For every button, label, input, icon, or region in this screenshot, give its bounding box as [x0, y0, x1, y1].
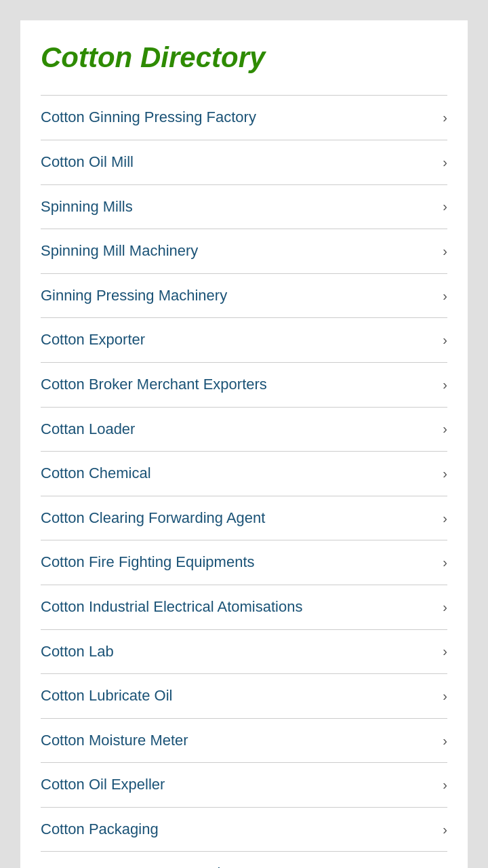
list-item[interactable]: Ginning Pressing Machinery› — [41, 274, 447, 319]
chevron-right-icon: › — [443, 288, 447, 304]
menu-item-label: Cotton Oil Expeller — [41, 775, 436, 795]
chevron-right-icon: › — [443, 599, 447, 615]
list-item[interactable]: Cotton Chemical› — [41, 452, 447, 496]
menu-item-label: Cotton Chemical — [41, 464, 436, 484]
list-item[interactable]: Cotton Packaging› — [41, 808, 447, 852]
menu-item-label: Cotton Fire Fighting Equipments — [41, 553, 436, 572]
list-item[interactable]: Cotton Lubricate Oil› — [41, 674, 447, 719]
chevron-right-icon: › — [443, 777, 447, 793]
list-item[interactable]: Cotton Clearing Forwarding Agent› — [41, 496, 447, 541]
menu-item-label: Cotton Lubricate Oil — [41, 686, 436, 706]
chevron-right-icon: › — [443, 733, 447, 749]
menu-item-label: Cotton Lab — [41, 642, 436, 662]
app-container: Cotton Directory Cotton Ginning Pressing… — [20, 20, 468, 868]
chevron-right-icon: › — [443, 243, 447, 259]
page-title: Cotton Directory — [41, 41, 447, 75]
menu-item-label: Cotton Exporter — [41, 330, 436, 350]
list-item[interactable]: Cotton Lab› — [41, 630, 447, 675]
list-item[interactable]: Cotton Broker Merchant Exporters› — [41, 363, 447, 408]
list-item[interactable]: Spinning Mill Machinery› — [41, 229, 447, 274]
menu-item-label: Cotton Industrial Electrical Atomisation… — [41, 597, 436, 617]
list-item[interactable]: Cotton Exporter› — [41, 318, 447, 363]
list-item[interactable]: Cotton Ginning Pressing Factory› — [41, 95, 447, 140]
menu-item-label: Cotton Packaging — [41, 820, 436, 840]
list-item[interactable]: Cotton Industrial Electrical Atomisation… — [41, 585, 447, 630]
menu-item-label: Spinning Mills — [41, 197, 436, 217]
chevron-right-icon: › — [443, 421, 447, 437]
chevron-right-icon: › — [443, 199, 447, 214]
menu-item-label: Cotton Broker Merchant Exporters — [41, 375, 436, 395]
list-item[interactable]: Cotton Oil Mill› — [41, 140, 447, 185]
list-item[interactable]: Cotton Fire Fighting Equipments› — [41, 540, 447, 585]
chevron-right-icon: › — [443, 511, 447, 526]
menu-item-label: Cotton Oil Mill — [41, 153, 436, 172]
chevron-right-icon: › — [443, 644, 447, 659]
list-item[interactable]: Cotton Oil Expeller› — [41, 763, 447, 808]
chevron-right-icon: › — [443, 155, 447, 170]
chevron-right-icon: › — [443, 822, 447, 837]
chevron-right-icon: › — [443, 332, 447, 348]
list-item[interactable]: Cotton Spare Parts & Bearing› — [41, 852, 447, 868]
menu-item-label: Cotton Ginning Pressing Factory — [41, 108, 436, 127]
list-item[interactable]: Spinning Mills› — [41, 185, 447, 230]
title-cotton: Cotton — [41, 41, 132, 73]
chevron-right-icon: › — [443, 377, 447, 393]
title-directory: Directory — [132, 41, 265, 73]
menu-item-label: Cotton Moisture Meter — [41, 731, 436, 751]
menu-item-label: Cottan Loader — [41, 420, 436, 439]
menu-list: Cotton Ginning Pressing Factory›Cotton O… — [41, 95, 447, 868]
menu-item-label: Cotton Clearing Forwarding Agent — [41, 509, 436, 528]
chevron-right-icon: › — [443, 688, 447, 704]
list-item[interactable]: Cottan Loader› — [41, 408, 447, 452]
chevron-right-icon: › — [443, 555, 447, 570]
list-item[interactable]: Cotton Moisture Meter› — [41, 719, 447, 764]
menu-item-label: Cotton Spare Parts & Bearing — [41, 864, 436, 868]
chevron-right-icon: › — [443, 110, 447, 125]
chevron-right-icon: › — [443, 466, 447, 481]
menu-item-label: Spinning Mill Machinery — [41, 241, 436, 261]
menu-item-label: Ginning Pressing Machinery — [41, 286, 436, 306]
